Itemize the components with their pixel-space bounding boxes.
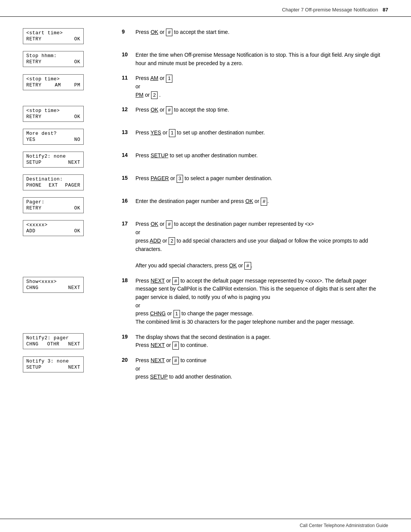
lcd-soft-key-right: NEXT bbox=[68, 160, 80, 165]
lcd-line2: ADDOK bbox=[26, 228, 80, 234]
lcd-soft-key-right: NO bbox=[74, 137, 80, 142]
step-description: Press OK or # to accept the start time. bbox=[135, 28, 388, 37]
lcd-display: Stop hhmm:RETRYOK bbox=[23, 51, 84, 67]
step-content: 13Press YES or 1 to set up another desti… bbox=[122, 129, 388, 137]
lcd-display: Notify 3: noneSETUPNEXT bbox=[23, 356, 84, 372]
lcd-display: Show<xxxx>CHNGNEXT bbox=[23, 277, 84, 293]
step-content: 16Enter the destination pager number and… bbox=[122, 197, 388, 206]
lcd-line1: Show<xxxx> bbox=[26, 279, 57, 284]
page: Chapter 7 Off-premise Message Notificati… bbox=[0, 0, 411, 532]
lcd-line2: RETRYOK bbox=[26, 37, 80, 42]
lcd-line1: <xxxxx> bbox=[26, 222, 48, 228]
lcd-line1: <stop time> bbox=[26, 108, 60, 113]
lcd-soft-key-right: OK bbox=[74, 37, 80, 42]
lcd-line1: Notify2: none bbox=[26, 154, 66, 159]
step-description: Press AM or 1orPM or 2 . bbox=[135, 74, 388, 99]
lcd-display: Destination:PHONEEXTPAGER bbox=[23, 174, 84, 190]
step-number: 13 bbox=[122, 129, 133, 135]
lcd-line1: <stop time> bbox=[26, 77, 60, 82]
page-footer: Call Center Telephone Administration Gui… bbox=[0, 519, 411, 532]
lcd-line2: SETUPNEXT bbox=[26, 365, 80, 370]
step-row: Stop hhmm:RETRYOK10Enter the time when O… bbox=[23, 51, 388, 67]
lcd-line2: PHONEEXTPAGER bbox=[26, 183, 80, 188]
step-description: Press OK or # to accept the destination … bbox=[135, 220, 388, 270]
lcd-line1: Destination: bbox=[26, 177, 63, 182]
lcd-line1: Notify 3: none bbox=[26, 359, 69, 364]
step-content: 10Enter the time when Off-premise Messag… bbox=[122, 51, 388, 67]
step-row: Notify2: noneSETUPNEXT14Press SETUP to s… bbox=[23, 152, 388, 168]
lcd-display: Pager:RETRYOK bbox=[23, 197, 84, 213]
lcd-display: More dest?YESNO bbox=[23, 129, 84, 145]
step-display-area: Stop hhmm:RETRYOK bbox=[23, 51, 110, 67]
lcd-line1: Notify2: pager bbox=[26, 335, 69, 341]
step-display-area: Notify2: noneSETUPNEXT bbox=[23, 152, 110, 168]
step-content: 12Press OK or # to accept the stop time. bbox=[122, 106, 388, 114]
lcd-soft-key-left: RETRY bbox=[26, 37, 41, 42]
step-display-area: <xxxxx>ADDOK bbox=[23, 220, 110, 236]
step-number: 20 bbox=[122, 356, 133, 363]
lcd-line2: RETRYOK bbox=[26, 114, 80, 120]
step-display-area: <start time>RETRYOK bbox=[23, 28, 110, 44]
lcd-soft-key-left: ADD bbox=[26, 228, 35, 234]
lcd-line1: Pager: bbox=[26, 200, 45, 205]
step-number: 10 bbox=[122, 51, 133, 58]
page-header: Chapter 7 Off-premise Message Notificati… bbox=[0, 0, 411, 17]
lcd-soft-key-left: RETRY bbox=[26, 59, 41, 65]
lcd-soft-key-mid: AM bbox=[55, 83, 61, 88]
step-row: <start time>RETRYOK9Press OK or # to acc… bbox=[23, 28, 388, 44]
step-description: Press YES or 1 to set up another destina… bbox=[135, 129, 388, 137]
lcd-soft-key-left: RETRY bbox=[26, 83, 41, 88]
step-row: <stop time>RETRYOK12Press OK or # to acc… bbox=[23, 106, 388, 122]
step-description: Press NEXT or # to accept the default pa… bbox=[135, 277, 388, 326]
step-display-area: <stop time>RETRYOK bbox=[23, 106, 110, 122]
step-description: Enter the destination pager number and p… bbox=[135, 197, 388, 206]
lcd-display: <stop time>RETRYAMPM bbox=[23, 74, 84, 90]
step-number: 14 bbox=[122, 152, 133, 158]
step-row: <stop time>RETRYAMPM11Press AM or 1orPM … bbox=[23, 74, 388, 99]
lcd-line2: RETRYOK bbox=[26, 59, 80, 65]
step-display-area: More dest?YESNO bbox=[23, 129, 110, 145]
step-description: Enter the time when Off-premise Message … bbox=[135, 51, 388, 67]
step-content: 11Press AM or 1orPM or 2 . bbox=[122, 74, 388, 99]
step-number: 19 bbox=[122, 333, 133, 340]
lcd-line2: RETRYAMPM bbox=[26, 83, 80, 88]
step-row: Notify 3: noneSETUPNEXT20Press NEXT or #… bbox=[23, 356, 388, 381]
lcd-soft-key-right: PM bbox=[74, 83, 80, 88]
step-content: 19The display shows that the second dest… bbox=[122, 333, 388, 350]
lcd-soft-key-right: NEXT bbox=[68, 285, 80, 291]
lcd-soft-key-left: YES bbox=[26, 137, 35, 142]
step-content: 14Press SETUP to set up another destinat… bbox=[122, 152, 388, 160]
lcd-line2: YESNO bbox=[26, 137, 80, 142]
lcd-soft-key-left: SETUP bbox=[26, 365, 41, 370]
step-display-area: Notify 3: noneSETUPNEXT bbox=[23, 356, 110, 372]
step-display-area: Notify2: pagerCHNGOTHRNEXT bbox=[23, 333, 110, 349]
step-row: Pager:RETRYOK16Enter the destination pag… bbox=[23, 197, 388, 213]
lcd-soft-key-mid: OTHR bbox=[47, 342, 59, 347]
lcd-soft-key-left: RETRY bbox=[26, 114, 41, 120]
lcd-soft-key-left: SETUP bbox=[26, 160, 41, 165]
lcd-line2: CHNGNEXT bbox=[26, 285, 80, 291]
lcd-soft-key-right: OK bbox=[74, 59, 80, 65]
main-content: <start time>RETRYOK9Press OK or # to acc… bbox=[0, 17, 411, 411]
step-number: 18 bbox=[122, 277, 133, 283]
lcd-soft-key-right: OK bbox=[74, 206, 80, 211]
step-row: Show<xxxx>CHNGNEXT18Press NEXT or # to a… bbox=[23, 277, 388, 326]
step-display-area: Destination:PHONEEXTPAGER bbox=[23, 174, 110, 190]
step-number: 12 bbox=[122, 106, 133, 112]
lcd-display: <start time>RETRYOK bbox=[23, 28, 84, 44]
step-content: 17Press OK or # to accept the destinatio… bbox=[122, 220, 388, 270]
step-row: <xxxxx>ADDOK17Press OK or # to accept th… bbox=[23, 220, 388, 270]
step-description: Press SETUP to set up another destinatio… bbox=[135, 152, 388, 160]
step-description: Press NEXT or # to continueorpress SETUP… bbox=[135, 356, 388, 381]
lcd-display: <xxxxx>ADDOK bbox=[23, 220, 84, 236]
step-content: 9Press OK or # to accept the start time. bbox=[122, 28, 388, 37]
step-row: More dest?YESNO13Press YES or 1 to set u… bbox=[23, 129, 388, 145]
step-description: Press PAGER or 3 to select a pager numbe… bbox=[135, 174, 388, 183]
lcd-display: Notify2: noneSETUPNEXT bbox=[23, 152, 84, 168]
step-display-area: Pager:RETRYOK bbox=[23, 197, 110, 213]
step-row: Destination:PHONEEXTPAGER15Press PAGER o… bbox=[23, 174, 388, 190]
lcd-soft-key-right: NEXT bbox=[68, 342, 80, 347]
lcd-soft-key-mid: EXT bbox=[49, 183, 58, 188]
lcd-display: <stop time>RETRYOK bbox=[23, 106, 84, 122]
lcd-soft-key-right: OK bbox=[74, 114, 80, 120]
